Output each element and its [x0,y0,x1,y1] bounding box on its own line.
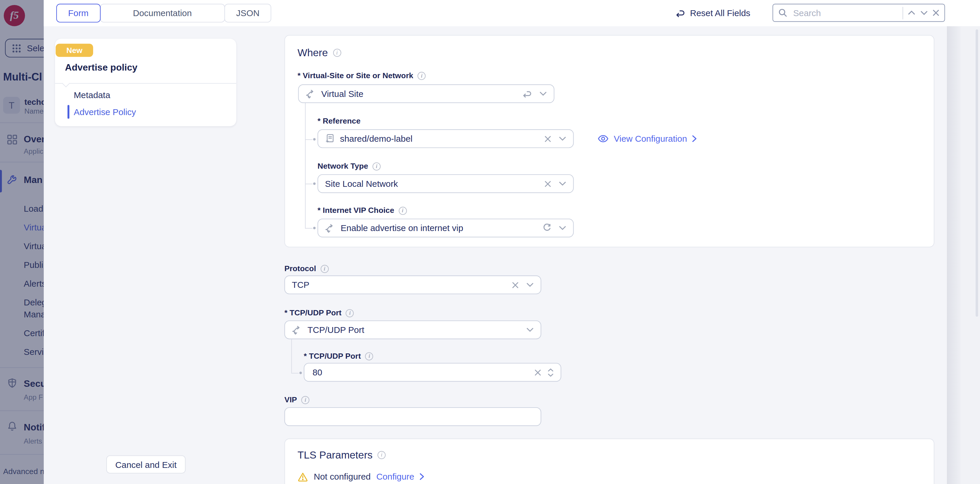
undo-icon [675,8,685,18]
divider [902,6,903,19]
tab-json[interactable]: JSON [224,4,272,22]
info-icon[interactable]: i [346,309,354,317]
port-label: * TCP/UDP Port i [304,352,374,360]
form-drawer: Form Documentation JSON Reset All Fields [44,0,980,484]
clear-icon[interactable] [544,180,551,187]
chevron-down-icon[interactable] [526,282,534,287]
search-box[interactable] [773,4,945,22]
internet-vip-choice-value: Enable advertise on internet vip [341,223,537,233]
virtual-site-select[interactable]: Virtual Site [298,84,555,103]
warning-icon [298,472,308,481]
screen: f5 Select Multi-Cl T techo Name Over App… [0,0,980,484]
chevron-down-icon[interactable] [559,136,566,141]
tree-line [305,103,305,229]
info-icon[interactable]: i [378,451,386,459]
info-icon[interactable]: i [398,206,407,214]
tls-configure-link[interactable]: Configure [376,472,424,482]
chevron-down-icon[interactable] [920,10,928,16]
view-configuration-link[interactable]: View Configuration [597,134,697,144]
info-icon[interactable]: i [301,395,310,404]
active-step-bar [67,105,69,119]
tree-dot [299,371,302,374]
refresh-icon[interactable] [542,224,551,232]
tls-status-row: Not configured Configure [298,472,424,482]
wizard-step-metadata[interactable]: Metadata [74,90,110,100]
collapse-notch-icon[interactable] [62,79,70,87]
info-icon[interactable]: i [373,162,381,170]
vip-input-wrap [285,407,541,426]
tree-line [305,140,313,140]
branch-choice-icon [325,223,335,233]
reset-all-fields-button[interactable]: Reset All Fields [675,0,750,26]
vip-input[interactable] [292,411,534,422]
clear-icon[interactable] [544,135,551,142]
cancel-and-exit-button[interactable]: Cancel and Exit [107,455,186,473]
reference-select[interactable]: shared/demo-label [318,129,574,148]
reference-label: * Reference [318,117,361,125]
chevron-down-icon[interactable] [559,225,566,230]
tls-status-text: Not configured [314,472,371,482]
tree-dot [313,227,316,229]
chevron-down-icon[interactable] [559,181,566,186]
tree-line [291,373,299,374]
eye-icon [597,134,609,143]
view-tabs: Form Documentation JSON [56,4,271,22]
network-type-value: Site Local Network [325,179,539,189]
protocol-select[interactable]: TCP [285,276,541,294]
port-label-text: * TCP/UDP Port [304,352,361,360]
chevron-down-icon[interactable] [539,91,547,96]
tls-title-text: TLS Parameters [298,449,372,461]
protocol-label-text: Protocol [285,264,316,273]
search-input[interactable] [792,7,898,19]
vertical-scrollbar[interactable] [975,29,978,316]
network-type-select[interactable]: Site Local Network [318,174,574,193]
internet-vip-choice-select[interactable]: Enable advertise on internet vip [318,219,574,238]
vip-label: VIP i [285,395,310,404]
info-icon[interactable]: i [333,49,341,57]
tab-form[interactable]: Form [56,4,100,22]
internet-vip-choice-label-text: * Internet VIP Choice [318,206,395,215]
branch-choice-icon [292,325,302,335]
chevron-right-icon [692,135,697,143]
search-icon [778,8,788,17]
port-input[interactable] [311,367,528,378]
clear-icon[interactable] [512,281,519,288]
port-choice-label-text: * TCP/UDP Port [285,309,342,317]
reset-field-icon[interactable] [522,89,532,98]
chevron-right-icon [419,473,424,481]
close-icon[interactable] [932,10,939,16]
chevron-up-icon[interactable] [908,10,916,16]
wizard-title: Advertise policy [65,62,137,72]
divider [55,83,236,84]
chevron-down-icon[interactable] [526,327,534,332]
tree-line [305,184,313,184]
reference-value: shared/demo-label [340,134,539,144]
where-title: Where i [298,47,341,59]
virtual-site-label: * Virtual-Site or Site or Network i [298,71,426,80]
network-type-label: Network Type i [318,162,381,171]
info-icon[interactable]: i [320,264,329,273]
tree-line [291,339,292,373]
view-configuration-text: View Configuration [614,134,687,144]
tab-documentation[interactable]: Documentation [100,4,225,22]
where-section-card: Where i * Virtual-Site or Site or Networ… [285,35,935,247]
wizard-step-advertise-policy[interactable]: Advertise Policy [74,107,136,117]
number-stepper[interactable] [547,367,554,377]
network-type-label-text: Network Type [318,162,368,171]
tls-title: TLS Parameters i [298,449,385,461]
virtual-site-label-text: * Virtual-Site or Site or Network [298,71,413,80]
clear-icon[interactable] [535,369,541,376]
internet-vip-choice-label: * Internet VIP Choice i [318,206,407,215]
reference-label-text: * Reference [318,117,361,125]
info-icon[interactable]: i [365,352,374,360]
tls-parameters-card: TLS Parameters i Not configured Configur… [285,439,935,484]
port-choice-value: TCP/UDP Port [308,325,520,335]
vip-label-text: VIP [285,395,297,404]
tree-dot [313,138,316,141]
info-icon[interactable]: i [418,71,426,79]
reference-object-icon [325,134,334,144]
virtual-site-value: Virtual Site [321,89,517,99]
wizard-panel: New Advertise policy Metadata Advertise … [55,39,236,126]
port-choice-select[interactable]: TCP/UDP Port [285,321,541,339]
port-input-wrap [304,363,562,381]
